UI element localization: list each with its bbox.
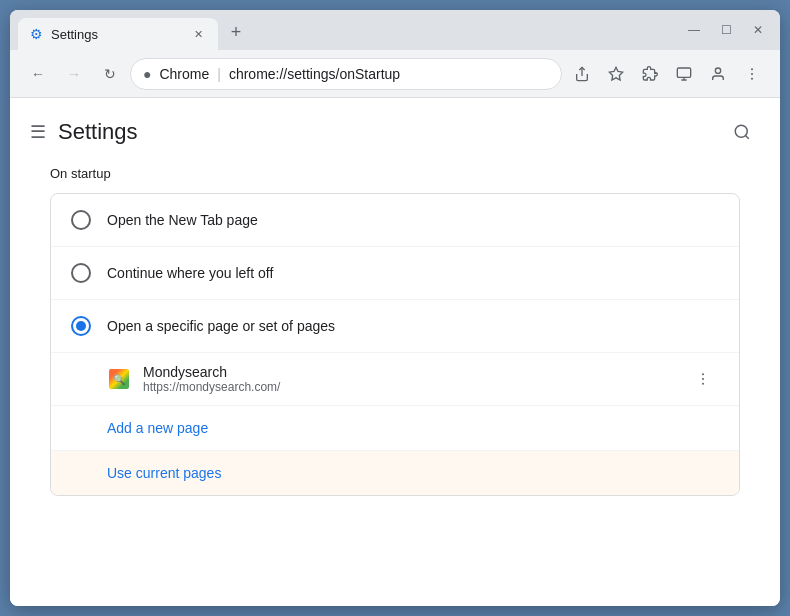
maximize-button[interactable]: ☐ bbox=[712, 18, 740, 42]
radio-new-tab[interactable] bbox=[71, 210, 91, 230]
active-tab[interactable]: ⚙ Settings ✕ bbox=[18, 18, 218, 50]
close-button[interactable]: ✕ bbox=[744, 18, 772, 42]
title-bar: ⚙ Settings ✕ + — ☐ ✕ bbox=[10, 10, 780, 50]
option-row-continue[interactable]: Continue where you left off bbox=[51, 247, 739, 300]
toolbar: ← → ↻ ● Chrome | chrome://settings/onSta… bbox=[10, 50, 780, 98]
page-info: Mondysearch https://mondysearch.com/ bbox=[143, 364, 675, 394]
svg-point-6 bbox=[751, 77, 753, 79]
page-favicon: 🔍 bbox=[107, 367, 131, 391]
window-controls: — ☐ ✕ bbox=[680, 18, 772, 42]
share-icon[interactable] bbox=[566, 58, 598, 90]
svg-point-4 bbox=[751, 68, 753, 70]
radio-inner-dot bbox=[76, 321, 86, 331]
svg-point-8 bbox=[702, 373, 704, 375]
page-title: Settings bbox=[58, 119, 138, 145]
svg-marker-1 bbox=[609, 67, 622, 80]
tab-favicon: ⚙ bbox=[30, 26, 43, 42]
svg-rect-2 bbox=[677, 68, 690, 77]
address-path: chrome://settings/onStartup bbox=[229, 66, 400, 82]
back-button[interactable]: ← bbox=[22, 58, 54, 90]
option-row-specific[interactable]: Open a specific page or set of pages bbox=[51, 300, 739, 353]
page-content: ☰ Settings On startup Open the New Tab p… bbox=[10, 98, 780, 606]
minimize-button[interactable]: — bbox=[680, 18, 708, 42]
site-name: Chrome bbox=[159, 66, 209, 82]
option-label-continue: Continue where you left off bbox=[107, 265, 273, 281]
browser-window: ⚙ Settings ✕ + — ☐ ✕ ← → ↻ ● Chrome | ch… bbox=[10, 10, 780, 606]
settings-header: ☰ Settings bbox=[10, 98, 780, 166]
option-label-specific: Open a specific page or set of pages bbox=[107, 318, 335, 334]
forward-button[interactable]: → bbox=[58, 58, 90, 90]
tab-title: Settings bbox=[51, 27, 182, 42]
option-row-new-tab[interactable]: Open the New Tab page bbox=[51, 194, 739, 247]
radio-continue[interactable] bbox=[71, 263, 91, 283]
settings-body: On startup Open the New Tab page Continu… bbox=[10, 166, 780, 606]
toolbar-actions bbox=[566, 58, 768, 90]
extension-icon[interactable] bbox=[634, 58, 666, 90]
browser-menu-icon[interactable] bbox=[736, 58, 768, 90]
use-current-pages-button[interactable]: Use current pages bbox=[51, 451, 739, 495]
startup-page-entry: 🔍 Mondysearch https://mondysearch.com/ bbox=[51, 353, 739, 406]
add-page-button[interactable]: Add a new page bbox=[51, 406, 739, 451]
favicon-mondysearch: 🔍 bbox=[109, 369, 129, 389]
section-title: On startup bbox=[50, 166, 740, 181]
menu-icon[interactable]: ☰ bbox=[30, 121, 46, 143]
layers-icon[interactable] bbox=[668, 58, 700, 90]
page-name: Mondysearch bbox=[143, 364, 675, 380]
page-more-button[interactable] bbox=[687, 363, 719, 395]
svg-point-5 bbox=[751, 73, 753, 75]
option-label-new-tab: Open the New Tab page bbox=[107, 212, 258, 228]
options-card: Open the New Tab page Continue where you… bbox=[50, 193, 740, 496]
new-tab-button[interactable]: + bbox=[222, 18, 250, 46]
tab-close-button[interactable]: ✕ bbox=[190, 26, 206, 42]
settings-title-area: ☰ Settings bbox=[30, 119, 138, 145]
use-current-label: Use current pages bbox=[107, 465, 221, 481]
address-separator: | bbox=[217, 66, 221, 82]
svg-point-10 bbox=[702, 383, 704, 385]
bookmark-icon[interactable] bbox=[600, 58, 632, 90]
svg-point-7 bbox=[735, 125, 747, 137]
reload-button[interactable]: ↻ bbox=[94, 58, 126, 90]
svg-point-3 bbox=[715, 68, 720, 73]
radio-specific[interactable] bbox=[71, 316, 91, 336]
account-icon[interactable] bbox=[702, 58, 734, 90]
search-settings-button[interactable] bbox=[724, 114, 760, 150]
site-security-icon: ● bbox=[143, 66, 151, 82]
add-page-label: Add a new page bbox=[107, 420, 208, 436]
svg-point-9 bbox=[702, 378, 704, 380]
address-bar[interactable]: ● Chrome | chrome://settings/onStartup bbox=[130, 58, 562, 90]
page-url: https://mondysearch.com/ bbox=[143, 380, 675, 394]
